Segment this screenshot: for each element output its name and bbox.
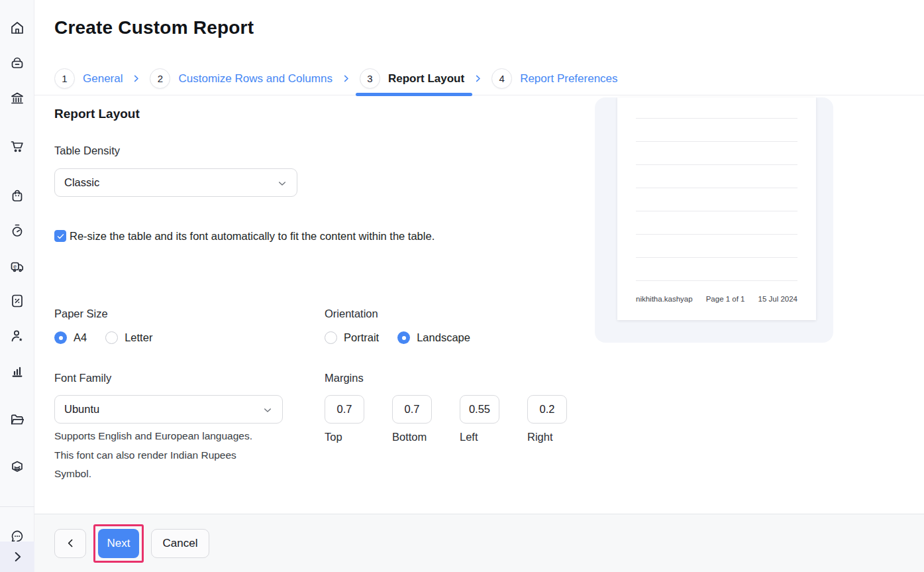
margin-left-group: Left <box>460 395 499 443</box>
paper-size-label: Paper Size <box>54 308 108 320</box>
chevron-right-icon <box>473 74 483 84</box>
preview-page-footer: nikhitha.kashyap Page 1 of 1 15 Jul 2024 <box>636 295 797 303</box>
margins-label: Margins <box>325 372 364 384</box>
preview-page-lines <box>636 118 797 304</box>
sidebar-divider <box>0 506 34 507</box>
step-label: General <box>83 72 123 86</box>
step-label: Report Preferences <box>520 72 617 86</box>
font-family-label: Font Family <box>54 372 111 384</box>
home-icon[interactable] <box>0 20 34 36</box>
resize-checkbox-label: Re-size the table and its font automatic… <box>70 227 435 246</box>
shopping-bag-icon[interactable] <box>0 188 34 203</box>
page-title: Create Custom Report <box>54 17 254 38</box>
radio-label: Portrait <box>344 331 379 344</box>
margin-top-input[interactable] <box>325 395 364 424</box>
resize-checkbox-row[interactable]: Re-size the table and its font automatic… <box>54 227 478 246</box>
cancel-button[interactable]: Cancel <box>151 529 209 558</box>
step-number: 3 <box>360 68 380 89</box>
margin-right-input[interactable] <box>527 395 567 424</box>
preview-footer-page: Page 1 of 1 <box>706 295 745 303</box>
cart-icon[interactable] <box>0 139 34 154</box>
margin-right-label: Right <box>527 431 567 443</box>
sidebar: e <box>0 0 34 572</box>
next-button-highlight: Next <box>93 524 144 563</box>
sidebar-expand-button[interactable] <box>0 542 34 572</box>
orientation-group: Portrait Landscape <box>325 331 470 344</box>
step-general[interactable]: 1 General <box>54 68 123 89</box>
wizard-footer: Next Cancel <box>34 514 924 572</box>
margin-top-group: Top <box>325 395 364 443</box>
orientation-option-portrait[interactable]: Portrait <box>325 331 379 344</box>
radio-icon[interactable] <box>54 331 67 344</box>
stepper: 1 General 2 Customize Rows and Columns 3… <box>54 68 618 89</box>
back-button[interactable] <box>54 529 86 558</box>
margin-bottom-input[interactable] <box>392 395 432 424</box>
bank-icon[interactable] <box>0 90 34 106</box>
chevron-right-icon <box>10 549 25 564</box>
report-preview-panel: nikhitha.kashyap Page 1 of 1 15 Jul 2024 <box>595 97 833 343</box>
timer-icon[interactable] <box>0 223 34 239</box>
radio-icon[interactable] <box>325 331 337 344</box>
step-number: 1 <box>54 68 75 89</box>
margin-right-group: Right <box>527 395 567 443</box>
step-label: Report Layout <box>388 72 464 86</box>
report-preview-page: nikhitha.kashyap Page 1 of 1 15 Jul 2024 <box>617 97 816 320</box>
customer-star-icon[interactable] <box>0 328 34 344</box>
paper-size-group: A4 Letter <box>54 331 152 344</box>
basket-icon[interactable] <box>0 55 34 71</box>
radio-label: A4 <box>74 331 87 344</box>
radio-icon[interactable] <box>397 331 410 344</box>
font-family-value: Ubuntu <box>64 403 99 416</box>
step-customize-rows-and-columns[interactable]: 2 Customize Rows and Columns <box>150 68 332 89</box>
resize-checkbox[interactable] <box>54 230 66 242</box>
step-report-preferences[interactable]: 4 Report Preferences <box>491 68 617 89</box>
section-title: Report Layout <box>54 107 140 121</box>
paper-size-option-a4[interactable]: A4 <box>54 331 87 344</box>
bar-chart-icon[interactable] <box>0 363 34 379</box>
chevron-down-icon <box>277 178 287 189</box>
table-density-value: Classic <box>64 176 99 189</box>
stepper-divider <box>34 95 924 95</box>
active-step-underline <box>356 93 472 96</box>
main-content: Create Custom Report 1 General 2 Customi… <box>34 0 924 572</box>
table-density-label: Table Density <box>54 144 120 157</box>
step-label: Customize Rows and Columns <box>178 72 332 86</box>
table-density-select[interactable]: Classic <box>54 168 297 197</box>
package-icon[interactable] <box>0 459 34 475</box>
chevron-right-icon <box>341 74 351 84</box>
next-button[interactable]: Next <box>98 529 139 558</box>
chevron-right-icon <box>131 74 141 84</box>
font-family-select[interactable]: Ubuntu <box>54 395 283 424</box>
margins-row: Top Bottom Left Right <box>325 395 567 443</box>
margin-bottom-group: Bottom <box>392 395 432 443</box>
preview-footer-user: nikhitha.kashyap <box>636 295 693 303</box>
delivery-truck-icon[interactable]: e <box>0 258 34 274</box>
chevron-down-icon <box>262 405 273 416</box>
margin-bottom-label: Bottom <box>392 431 432 443</box>
radio-label: Landscape <box>417 331 470 344</box>
step-number: 2 <box>150 68 170 89</box>
chevron-left-icon <box>65 538 76 549</box>
folder-icon[interactable] <box>0 412 34 428</box>
orientation-option-landscape[interactable]: Landscape <box>397 331 470 344</box>
margin-left-label: Left <box>460 431 499 443</box>
paper-size-option-letter[interactable]: Letter <box>105 331 152 344</box>
discount-card-icon[interactable] <box>0 293 34 309</box>
svg-text:e: e <box>13 263 17 270</box>
margin-top-label: Top <box>325 431 364 443</box>
step-number: 4 <box>491 68 512 89</box>
radio-label: Letter <box>125 331 152 344</box>
preview-footer-date: 15 Jul 2024 <box>758 295 797 303</box>
step-report-layout[interactable]: 3 Report Layout <box>360 68 464 89</box>
orientation-label: Orientation <box>325 308 378 320</box>
radio-icon[interactable] <box>105 331 118 344</box>
check-icon <box>56 232 65 241</box>
font-family-helper-text: Supports English and European languages.… <box>54 427 274 484</box>
margin-left-input[interactable] <box>460 395 499 424</box>
